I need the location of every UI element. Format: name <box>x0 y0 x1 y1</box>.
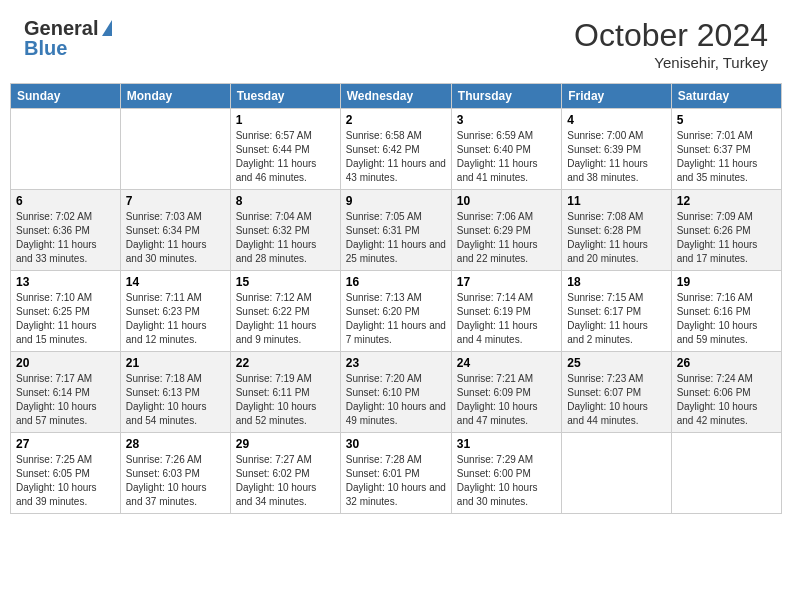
calendar-cell: 3Sunrise: 6:59 AM Sunset: 6:40 PM Daylig… <box>451 108 561 189</box>
day-number: 23 <box>346 356 446 370</box>
calendar-cell: 10Sunrise: 7:06 AM Sunset: 6:29 PM Dayli… <box>451 189 561 270</box>
calendar-cell: 8Sunrise: 7:04 AM Sunset: 6:32 PM Daylig… <box>230 189 340 270</box>
day-number: 11 <box>567 194 665 208</box>
calendar-cell: 14Sunrise: 7:11 AM Sunset: 6:23 PM Dayli… <box>120 270 230 351</box>
calendar-cell: 2Sunrise: 6:58 AM Sunset: 6:42 PM Daylig… <box>340 108 451 189</box>
calendar-week-row: 6Sunrise: 7:02 AM Sunset: 6:36 PM Daylig… <box>11 189 782 270</box>
day-number: 2 <box>346 113 446 127</box>
day-info: Sunrise: 7:11 AM Sunset: 6:23 PM Dayligh… <box>126 291 225 347</box>
day-info: Sunrise: 7:12 AM Sunset: 6:22 PM Dayligh… <box>236 291 335 347</box>
day-number: 4 <box>567 113 665 127</box>
day-number: 12 <box>677 194 776 208</box>
month-title: October 2024 <box>574 18 768 53</box>
calendar-cell: 19Sunrise: 7:16 AM Sunset: 6:16 PM Dayli… <box>671 270 781 351</box>
day-number: 21 <box>126 356 225 370</box>
calendar-cell: 1Sunrise: 6:57 AM Sunset: 6:44 PM Daylig… <box>230 108 340 189</box>
day-number: 26 <box>677 356 776 370</box>
day-info: Sunrise: 7:26 AM Sunset: 6:03 PM Dayligh… <box>126 453 225 509</box>
day-number: 24 <box>457 356 556 370</box>
day-number: 19 <box>677 275 776 289</box>
calendar-cell <box>11 108 121 189</box>
day-number: 31 <box>457 437 556 451</box>
day-info: Sunrise: 7:21 AM Sunset: 6:09 PM Dayligh… <box>457 372 556 428</box>
day-info: Sunrise: 7:17 AM Sunset: 6:14 PM Dayligh… <box>16 372 115 428</box>
day-info: Sunrise: 7:01 AM Sunset: 6:37 PM Dayligh… <box>677 129 776 185</box>
day-info: Sunrise: 7:00 AM Sunset: 6:39 PM Dayligh… <box>567 129 665 185</box>
calendar-cell: 11Sunrise: 7:08 AM Sunset: 6:28 PM Dayli… <box>562 189 671 270</box>
calendar-week-row: 13Sunrise: 7:10 AM Sunset: 6:25 PM Dayli… <box>11 270 782 351</box>
calendar-cell: 6Sunrise: 7:02 AM Sunset: 6:36 PM Daylig… <box>11 189 121 270</box>
calendar-week-row: 27Sunrise: 7:25 AM Sunset: 6:05 PM Dayli… <box>11 432 782 513</box>
logo-blue-text: Blue <box>24 38 112 58</box>
day-of-week-header: Monday <box>120 83 230 108</box>
header-row: SundayMondayTuesdayWednesdayThursdayFrid… <box>11 83 782 108</box>
day-info: Sunrise: 7:24 AM Sunset: 6:06 PM Dayligh… <box>677 372 776 428</box>
calendar-cell: 28Sunrise: 7:26 AM Sunset: 6:03 PM Dayli… <box>120 432 230 513</box>
day-number: 13 <box>16 275 115 289</box>
calendar-cell: 5Sunrise: 7:01 AM Sunset: 6:37 PM Daylig… <box>671 108 781 189</box>
calendar-cell: 21Sunrise: 7:18 AM Sunset: 6:13 PM Dayli… <box>120 351 230 432</box>
day-info: Sunrise: 7:08 AM Sunset: 6:28 PM Dayligh… <box>567 210 665 266</box>
day-info: Sunrise: 7:27 AM Sunset: 6:02 PM Dayligh… <box>236 453 335 509</box>
calendar-cell: 17Sunrise: 7:14 AM Sunset: 6:19 PM Dayli… <box>451 270 561 351</box>
calendar-cell: 22Sunrise: 7:19 AM Sunset: 6:11 PM Dayli… <box>230 351 340 432</box>
day-of-week-header: Sunday <box>11 83 121 108</box>
day-number: 29 <box>236 437 335 451</box>
calendar-cell: 20Sunrise: 7:17 AM Sunset: 6:14 PM Dayli… <box>11 351 121 432</box>
logo: General Blue <box>24 18 112 58</box>
calendar-cell <box>562 432 671 513</box>
calendar-cell: 15Sunrise: 7:12 AM Sunset: 6:22 PM Dayli… <box>230 270 340 351</box>
calendar-cell: 29Sunrise: 7:27 AM Sunset: 6:02 PM Dayli… <box>230 432 340 513</box>
header: General Blue October 2024 Yenisehir, Tur… <box>0 0 792 83</box>
calendar-week-row: 20Sunrise: 7:17 AM Sunset: 6:14 PM Dayli… <box>11 351 782 432</box>
calendar-cell: 9Sunrise: 7:05 AM Sunset: 6:31 PM Daylig… <box>340 189 451 270</box>
day-number: 6 <box>16 194 115 208</box>
calendar-week-row: 1Sunrise: 6:57 AM Sunset: 6:44 PM Daylig… <box>11 108 782 189</box>
calendar-cell: 31Sunrise: 7:29 AM Sunset: 6:00 PM Dayli… <box>451 432 561 513</box>
logo-general-text: General <box>24 18 98 38</box>
day-of-week-header: Saturday <box>671 83 781 108</box>
day-info: Sunrise: 7:06 AM Sunset: 6:29 PM Dayligh… <box>457 210 556 266</box>
day-info: Sunrise: 7:15 AM Sunset: 6:17 PM Dayligh… <box>567 291 665 347</box>
location-title: Yenisehir, Turkey <box>574 53 768 73</box>
day-info: Sunrise: 7:28 AM Sunset: 6:01 PM Dayligh… <box>346 453 446 509</box>
day-number: 17 <box>457 275 556 289</box>
day-info: Sunrise: 6:59 AM Sunset: 6:40 PM Dayligh… <box>457 129 556 185</box>
calendar-cell: 12Sunrise: 7:09 AM Sunset: 6:26 PM Dayli… <box>671 189 781 270</box>
day-of-week-header: Wednesday <box>340 83 451 108</box>
day-info: Sunrise: 7:29 AM Sunset: 6:00 PM Dayligh… <box>457 453 556 509</box>
day-number: 25 <box>567 356 665 370</box>
day-number: 9 <box>346 194 446 208</box>
day-info: Sunrise: 7:13 AM Sunset: 6:20 PM Dayligh… <box>346 291 446 347</box>
day-info: Sunrise: 7:09 AM Sunset: 6:26 PM Dayligh… <box>677 210 776 266</box>
calendar-cell: 23Sunrise: 7:20 AM Sunset: 6:10 PM Dayli… <box>340 351 451 432</box>
day-number: 20 <box>16 356 115 370</box>
day-number: 5 <box>677 113 776 127</box>
day-info: Sunrise: 7:05 AM Sunset: 6:31 PM Dayligh… <box>346 210 446 266</box>
logo-triangle-icon <box>102 20 112 36</box>
day-info: Sunrise: 7:20 AM Sunset: 6:10 PM Dayligh… <box>346 372 446 428</box>
calendar-cell: 4Sunrise: 7:00 AM Sunset: 6:39 PM Daylig… <box>562 108 671 189</box>
day-number: 28 <box>126 437 225 451</box>
day-info: Sunrise: 7:25 AM Sunset: 6:05 PM Dayligh… <box>16 453 115 509</box>
calendar-cell: 18Sunrise: 7:15 AM Sunset: 6:17 PM Dayli… <box>562 270 671 351</box>
day-of-week-header: Tuesday <box>230 83 340 108</box>
day-info: Sunrise: 7:03 AM Sunset: 6:34 PM Dayligh… <box>126 210 225 266</box>
day-number: 7 <box>126 194 225 208</box>
day-number: 22 <box>236 356 335 370</box>
day-info: Sunrise: 7:10 AM Sunset: 6:25 PM Dayligh… <box>16 291 115 347</box>
day-number: 16 <box>346 275 446 289</box>
day-info: Sunrise: 7:16 AM Sunset: 6:16 PM Dayligh… <box>677 291 776 347</box>
calendar-cell <box>671 432 781 513</box>
day-number: 3 <box>457 113 556 127</box>
day-of-week-header: Thursday <box>451 83 561 108</box>
calendar-cell: 16Sunrise: 7:13 AM Sunset: 6:20 PM Dayli… <box>340 270 451 351</box>
day-number: 10 <box>457 194 556 208</box>
day-number: 8 <box>236 194 335 208</box>
calendar-cell: 7Sunrise: 7:03 AM Sunset: 6:34 PM Daylig… <box>120 189 230 270</box>
title-block: October 2024 Yenisehir, Turkey <box>574 18 768 73</box>
day-info: Sunrise: 7:02 AM Sunset: 6:36 PM Dayligh… <box>16 210 115 266</box>
calendar-wrap: SundayMondayTuesdayWednesdayThursdayFrid… <box>0 83 792 524</box>
page: General Blue October 2024 Yenisehir, Tur… <box>0 0 792 612</box>
day-info: Sunrise: 6:57 AM Sunset: 6:44 PM Dayligh… <box>236 129 335 185</box>
